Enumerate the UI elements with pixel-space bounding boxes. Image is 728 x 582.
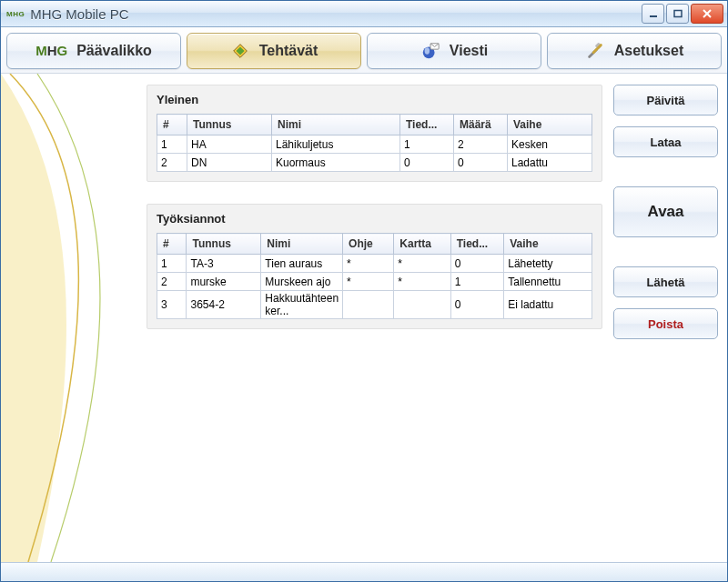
main-toolbar: MHG Päävalikko Tehtävät Viesti xyxy=(1,27,727,74)
main-menu-button[interactable]: MHG Päävalikko xyxy=(6,33,181,69)
settings-button[interactable]: Asetukset xyxy=(547,33,722,69)
table-row[interactable]: 1 TA-3 Tien auraus * * 0 Lähetetty xyxy=(157,255,592,273)
general-panel: Yleinen # Tunnus Nimi Tied... Määrä Vaih… xyxy=(147,85,602,182)
status-bar xyxy=(1,562,727,581)
minimize-icon xyxy=(649,9,658,18)
maximize-icon xyxy=(673,9,682,18)
col-name[interactable]: Nimi xyxy=(261,234,343,255)
close-icon xyxy=(702,9,713,18)
col-files[interactable]: Tied... xyxy=(400,115,454,135)
col-id[interactable]: Tunnus xyxy=(187,115,272,135)
col-amount[interactable]: Määrä xyxy=(454,115,508,135)
message-icon xyxy=(420,41,440,61)
col-id[interactable]: Tunnus xyxy=(187,234,261,255)
table-row[interactable]: 2 DN Kuormaus 0 0 Ladattu xyxy=(157,154,592,172)
assignments-panel: Työksiannot # Tunnus Nimi Ohje Kartta Ti… xyxy=(147,204,602,329)
svg-point-7 xyxy=(424,47,430,54)
close-button[interactable] xyxy=(691,4,723,24)
minimize-button[interactable] xyxy=(642,4,664,24)
svg-rect-1 xyxy=(674,11,682,17)
delete-button[interactable]: Poista xyxy=(613,308,718,339)
message-button[interactable]: Viesti xyxy=(367,33,541,69)
settings-icon xyxy=(585,41,605,61)
send-button[interactable]: Lähetä xyxy=(613,266,718,297)
table-row[interactable]: 1 HA Lähikuljetus 1 2 Kesken xyxy=(157,135,592,154)
col-phase[interactable]: Vaihe xyxy=(504,234,592,255)
tasks-button[interactable]: Tehtävät xyxy=(187,33,361,69)
general-panel-title: Yleinen xyxy=(157,93,592,106)
table-row[interactable]: 2 murske Murskeen ajo * * 1 Tallennettu xyxy=(157,273,592,291)
table-row[interactable]: 3 3654-2 Hakkuutähteen ker... 0 Ei ladat… xyxy=(157,291,592,319)
maximize-button[interactable] xyxy=(666,4,689,24)
general-table[interactable]: # Tunnus Nimi Tied... Määrä Vaihe 1 xyxy=(157,114,592,172)
col-num[interactable]: # xyxy=(157,234,187,255)
update-label: Päivitä xyxy=(647,94,685,107)
delete-label: Poista xyxy=(648,317,683,331)
assignments-table[interactable]: # Tunnus Nimi Ohje Kartta Tied... Vaihe xyxy=(157,233,592,319)
col-num[interactable]: # xyxy=(157,115,187,135)
tasks-label: Tehtävät xyxy=(259,43,318,59)
send-label: Lähetä xyxy=(647,276,685,289)
settings-label: Asetukset xyxy=(614,43,683,59)
message-label: Viesti xyxy=(450,43,488,59)
app-window: MHG MHG Mobile PC MHG Päävalikko xyxy=(0,0,728,582)
mhg-logo-icon: MHG xyxy=(35,43,67,59)
app-icon: MHG xyxy=(6,10,25,18)
download-label: Lataa xyxy=(651,135,682,149)
col-map[interactable]: Kartta xyxy=(394,234,450,255)
body-area: Yleinen # Tunnus Nimi Tied... Määrä Vaih… xyxy=(1,74,727,562)
assignments-panel-title: Työksiannot xyxy=(157,212,592,226)
col-guide[interactable]: Ohje xyxy=(343,234,394,255)
download-button[interactable]: Lataa xyxy=(613,126,718,157)
action-column: Päivitä Lataa Avaa Lähetä Poista xyxy=(613,85,718,553)
window-title: MHG Mobile PC xyxy=(30,6,128,22)
tasks-icon xyxy=(230,41,250,61)
update-button[interactable]: Päivitä xyxy=(613,85,718,115)
open-button[interactable]: Avaa xyxy=(613,186,718,237)
title-bar: MHG MHG Mobile PC xyxy=(1,1,727,27)
open-label: Avaa xyxy=(647,203,683,221)
col-files[interactable]: Tied... xyxy=(450,234,504,255)
col-phase[interactable]: Vaihe xyxy=(508,115,592,135)
col-name[interactable]: Nimi xyxy=(272,115,400,135)
main-menu-label: Päävalikko xyxy=(76,43,152,59)
